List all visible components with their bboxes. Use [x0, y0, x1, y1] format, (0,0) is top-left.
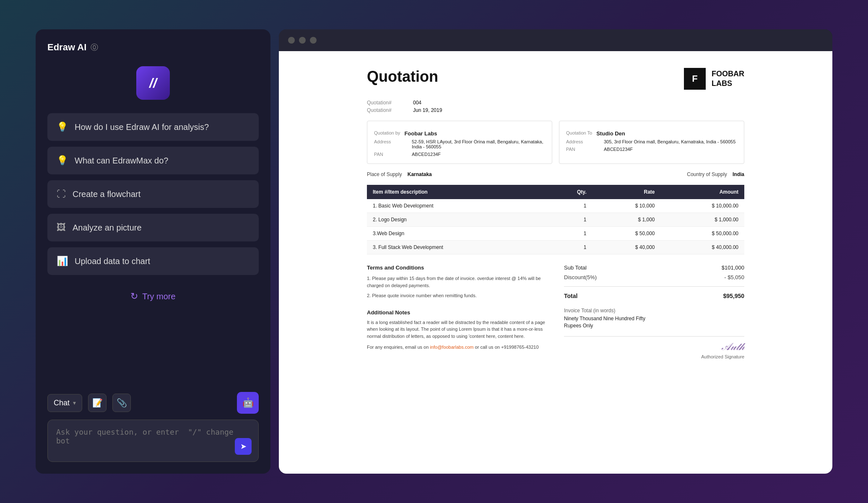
browser-dot-2 — [299, 37, 306, 44]
item-amount-2: $ 50,000.00 — [661, 227, 744, 241]
browser-dot-1 — [288, 37, 295, 44]
attach-icon-button[interactable]: 📎 — [112, 394, 131, 412]
bottom-area: Chat ▾ 📝 📎 🤖 ➤ — [47, 392, 259, 462]
totals-section: Sub Total $101,000 Discount(5%) - $5,050… — [564, 264, 744, 299]
action-btn-3[interactable]: 🖼 Analyze an picture — [47, 214, 259, 241]
item-amount-3: $ 40,000.00 — [661, 241, 744, 254]
contact-email[interactable]: info@foobarlabs.com — [430, 345, 473, 350]
document-area[interactable]: Quotation F FOOBARLABS Quotation# 004 Qu — [279, 51, 832, 474]
from-address-box: Quotation by Foobar Labs Address 52-59, … — [367, 121, 552, 164]
place-supply-row: Place of Supply Karnataka — [367, 171, 432, 177]
bottom-section: Terms and Conditions 1. Please pay withi… — [367, 264, 744, 359]
notes-text: It is a long established fact a reader w… — [367, 319, 547, 340]
table-row-2: 3.Web Design 1 $ 50,000 $ 50,000.00 — [367, 227, 744, 241]
to-company: Studio Den — [596, 130, 737, 137]
company-letter: F — [692, 73, 697, 84]
quotation-document: Quotation F FOOBARLABS Quotation# 004 Qu — [367, 68, 744, 359]
browser-dot-3 — [310, 37, 317, 44]
picture-icon: 🖼 — [57, 222, 66, 233]
chat-mode-select[interactable]: Chat ▾ — [47, 394, 82, 412]
lightbulb-icon-0: 💡 — [57, 122, 68, 132]
chevron-down-icon: ▾ — [73, 399, 76, 406]
doc-header: Quotation F FOOBARLABS — [367, 68, 744, 90]
item-amount-0: $ 10,000.00 — [661, 199, 744, 213]
signature-area: 𝒜𝓊𝓉𝒽 Authorized Signature — [564, 341, 744, 359]
right-panel: Quotation F FOOBARLABS Quotation# 004 Qu — [279, 29, 832, 474]
terms-title: Terms and Conditions — [367, 264, 547, 271]
country-supply-value: India — [733, 171, 744, 177]
table-row-3: 3. Full Stack Web Development 1 $ 40,000… — [367, 241, 744, 254]
from-pan-value: ABCED1234F — [412, 152, 545, 157]
item-amount-1: $ 1,000.00 — [661, 213, 744, 227]
robot-icon: 🤖 — [242, 397, 254, 408]
send-icon: ➤ — [240, 442, 247, 451]
place-supply-label: Place of Supply — [367, 171, 402, 177]
action-btn-1[interactable]: 💡 What can EdrawMax do? — [47, 147, 259, 174]
logo-container: // — [47, 66, 259, 100]
country-supply-label: Country of Supply — [687, 171, 727, 177]
terms-notes-col: Terms and Conditions 1. Please pay withi… — [367, 264, 547, 359]
app-logo: // — [136, 66, 170, 100]
col-header-qty: Qty. — [546, 185, 592, 199]
supply-row: Place of Supply Karnataka Country of Sup… — [367, 171, 744, 177]
company-name: FOOBARLABS — [712, 69, 744, 89]
table-row-1: 2. Logo Design 1 $ 1,000 $ 1,000.00 — [367, 213, 744, 227]
subtotal-value: $101,000 — [722, 264, 744, 271]
discount-value: - $5,050 — [724, 274, 744, 280]
chat-controls: Chat ▾ 📝 📎 🤖 — [47, 392, 259, 414]
action-primary-button[interactable]: 🤖 — [237, 392, 259, 414]
to-pan-label: PAN — [566, 147, 600, 152]
left-panel: Edraw AI ⓪ // 💡 How do I use Edraw AI fo… — [36, 29, 270, 474]
try-more-button[interactable]: ↻ Try more — [47, 287, 259, 306]
action-buttons-list: 💡 How do I use Edraw AI for analysis? 💡 … — [47, 113, 259, 275]
terms-item-1: 2. Please quote invoice number when remi… — [367, 292, 547, 299]
notes-title: Additional Notes — [367, 309, 547, 316]
send-button[interactable]: ➤ — [235, 438, 252, 455]
company-logo-icon: F — [684, 68, 706, 90]
app-title: Edraw AI — [47, 42, 86, 53]
quotation-num-label: Quotation# — [367, 100, 409, 106]
item-qty-3: 1 — [546, 241, 592, 254]
to-pan-value: ABCED1234F — [604, 147, 737, 152]
discount-label: Discount(5%) — [564, 274, 597, 280]
quotation-num-value: 004 — [413, 100, 744, 106]
compose-icon-button[interactable]: 📝 — [88, 394, 107, 412]
item-qty-2: 1 — [546, 227, 592, 241]
item-qty-0: 1 — [546, 199, 592, 213]
table-row-0: 1. Basic Web Development 1 $ 10,000 $ 10… — [367, 199, 744, 213]
logo-symbol: // — [149, 75, 157, 91]
col-header-rate: Rate — [592, 185, 660, 199]
item-name-2: 3.Web Design — [367, 227, 546, 241]
chat-input[interactable] — [56, 428, 250, 454]
action-label-4: Upload data to chart — [75, 257, 150, 266]
col-header-description: Item #/Item description — [367, 185, 546, 199]
item-name-0: 1. Basic Web Development — [367, 199, 546, 213]
total-label: Total — [564, 293, 577, 299]
panel-header: Edraw AI ⓪ — [47, 42, 259, 53]
company-logo-box: F FOOBARLABS — [684, 68, 744, 90]
from-pan-label: PAN — [374, 152, 408, 157]
signature-graphic: 𝒜𝓊𝓉𝒽 — [564, 341, 744, 353]
invoice-words: Invoice Total (in words) Ninety Thousand… — [564, 308, 744, 337]
invoice-words-value: Ninety Thousand Nine Hundred FiftyRupees… — [564, 315, 744, 329]
item-rate-3: $ 40,000 — [592, 241, 660, 254]
action-btn-2[interactable]: ⛶ Create a flowchart — [47, 180, 259, 208]
terms-section: Terms and Conditions 1. Please pay withi… — [367, 264, 547, 299]
action-label-2: Create a flowchart — [73, 189, 140, 199]
action-btn-4[interactable]: 📊 Upload data to chart — [47, 247, 259, 275]
total-value: $95,950 — [723, 293, 744, 299]
total-row: Total $95,950 — [564, 293, 744, 299]
help-icon[interactable]: ⓪ — [91, 42, 98, 52]
meta-table: Quotation# 004 Quotation# Jun 19, 2019 — [367, 100, 744, 113]
notes-section: Additional Notes It is a long establishe… — [367, 309, 547, 351]
compose-icon: 📝 — [92, 398, 103, 408]
invoice-words-label: Invoice Total (in words) — [564, 308, 744, 314]
from-address-label: Address — [374, 139, 408, 149]
chat-mode-label: Chat — [54, 399, 70, 407]
col-header-amount: Amount — [661, 185, 744, 199]
contact-info: For any enquiries, email us on info@foob… — [367, 344, 547, 351]
action-btn-0[interactable]: 💡 How do I use Edraw AI for analysis? — [47, 113, 259, 141]
quotation-date-label: Quotation# — [367, 107, 409, 113]
attach-icon: 📎 — [117, 398, 127, 408]
from-address-value: 52-59, HSR LAyout, 3rd Floor Orina mall,… — [412, 139, 545, 149]
